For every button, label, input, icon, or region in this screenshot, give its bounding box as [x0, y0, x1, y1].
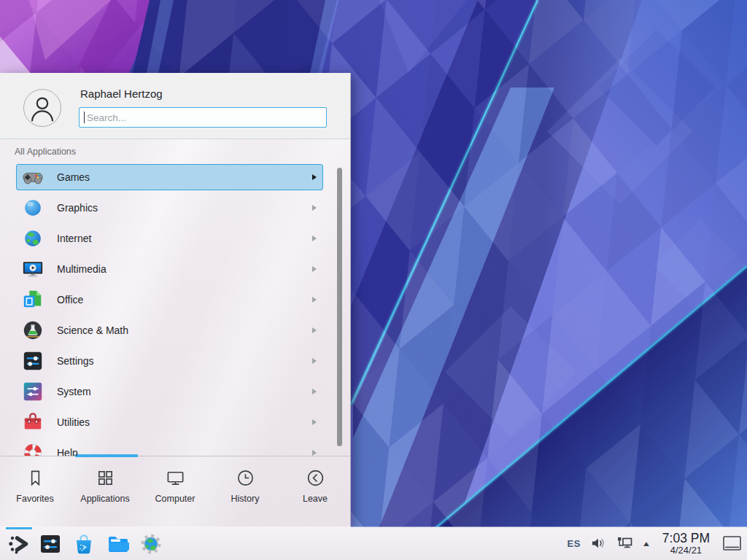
menu-item-settings[interactable]: Settings	[0, 346, 350, 376]
menu-item-label: Science & Math	[57, 324, 128, 336]
keyboard-layout-indicator[interactable]: ES	[568, 538, 581, 549]
active-task-indicator	[6, 527, 32, 529]
browser-globe-gear-icon	[139, 532, 163, 556]
section-label: All Applications	[15, 147, 76, 157]
menu-item-label: System	[57, 386, 91, 397]
menu-item-internet[interactable]: Internet	[0, 223, 350, 254]
tab-label: Favorites	[16, 494, 53, 504]
system-tray: ES ▲ 7:03 PM 4/24/21	[568, 532, 747, 556]
taskbar-discover[interactable]	[67, 527, 101, 560]
tab-divider	[0, 456, 350, 456]
menu-item-science-math[interactable]: Science & Math	[0, 315, 350, 346]
bookmark-icon	[26, 468, 45, 488]
menu-item-label: Office	[57, 294, 83, 306]
taskbar: ES ▲ 7:03 PM 4/24/21	[0, 527, 747, 560]
menu-item-label: Games	[57, 171, 90, 183]
clock-date: 4/24/21	[662, 545, 710, 556]
user-name: Raphael Hertzog	[80, 88, 163, 100]
launcher-tab-bar: Favorites Applications Computer	[0, 459, 350, 527]
tab-applications[interactable]: Applications	[70, 459, 140, 527]
graphics-icon	[22, 197, 44, 219]
wired-network-icon[interactable]	[616, 534, 633, 552]
show-desktop-button[interactable]	[722, 534, 742, 553]
menu-item-label: Utilities	[57, 416, 90, 428]
menu-item-multimedia[interactable]: Multimedia	[0, 254, 350, 284]
office-icon	[22, 289, 44, 311]
submenu-arrow-icon	[312, 236, 317, 241]
taskbar-web-browser[interactable]	[134, 527, 168, 560]
tab-label: Applications	[80, 494, 129, 504]
application-launcher-button[interactable]	[4, 527, 34, 560]
menu-item-system[interactable]: System	[0, 376, 350, 407]
submenu-arrow-icon	[312, 297, 317, 303]
application-category-list: Games Graphics	[0, 162, 350, 456]
active-tab-indicator	[75, 454, 138, 457]
digital-clock[interactable]: 7:03 PM 4/24/21	[662, 532, 710, 556]
tab-computer[interactable]: Computer	[140, 459, 210, 527]
submenu-arrow-icon	[312, 327, 317, 333]
menu-item-games[interactable]: Games	[0, 162, 350, 192]
clock-icon	[236, 468, 255, 488]
menu-item-utilities[interactable]: Utilities	[0, 407, 350, 438]
submenu-arrow-icon	[312, 358, 317, 364]
grid-icon	[96, 468, 115, 488]
menu-item-label: Internet	[57, 233, 91, 244]
menu-item-label: Graphics	[57, 202, 98, 214]
system-icon	[22, 381, 44, 402]
tab-label: History	[231, 494, 260, 504]
menu-item-label: Multimedia	[57, 263, 107, 275]
tab-favorites[interactable]: Favorites	[0, 459, 70, 527]
tab-history[interactable]: History	[210, 459, 280, 527]
menu-item-label: Settings	[57, 355, 94, 367]
science-icon	[22, 319, 44, 341]
menu-scrollbar[interactable]	[337, 168, 342, 446]
expand-tray-icon[interactable]: ▲	[641, 540, 651, 548]
tab-leave[interactable]: Leave	[280, 459, 350, 527]
discover-icon	[72, 532, 96, 556]
settings-icon	[22, 350, 44, 372]
tab-label: Leave	[303, 494, 328, 504]
internet-icon	[22, 228, 44, 249]
application-launcher-popup: Raphael Hertzog All Applications Games	[0, 73, 351, 527]
utilities-icon	[22, 411, 44, 433]
system-settings-icon	[39, 532, 62, 556]
menu-item-help[interactable]: Help	[0, 438, 350, 456]
menu-item-graphics[interactable]: Graphics	[0, 192, 350, 223]
submenu-arrow-icon	[312, 450, 317, 456]
clock-time: 7:03 PM	[662, 532, 710, 545]
search-field[interactable]	[79, 107, 327, 128]
computer-icon	[166, 468, 185, 488]
kde-launcher-icon	[7, 532, 31, 556]
games-icon	[22, 166, 44, 188]
submenu-arrow-icon	[312, 174, 317, 180]
taskbar-file-manager[interactable]	[101, 527, 134, 560]
folder-icon	[106, 532, 129, 556]
volume-icon[interactable]	[590, 535, 606, 551]
tab-label: Computer	[155, 494, 196, 504]
submenu-arrow-icon	[312, 389, 317, 394]
menu-item-label: Help	[57, 447, 78, 456]
submenu-arrow-icon	[312, 419, 317, 425]
text-cursor	[84, 112, 85, 123]
submenu-arrow-icon	[312, 205, 317, 211]
multimedia-icon	[22, 258, 44, 280]
leave-icon	[306, 468, 325, 488]
taskbar-system-settings[interactable]	[34, 527, 67, 560]
search-input[interactable]	[85, 112, 326, 124]
help-icon	[22, 442, 44, 456]
menu-item-office[interactable]: Office	[0, 284, 350, 315]
submenu-arrow-icon	[312, 266, 317, 272]
user-avatar	[23, 89, 61, 127]
launcher-header: Raphael Hertzog	[0, 73, 350, 139]
